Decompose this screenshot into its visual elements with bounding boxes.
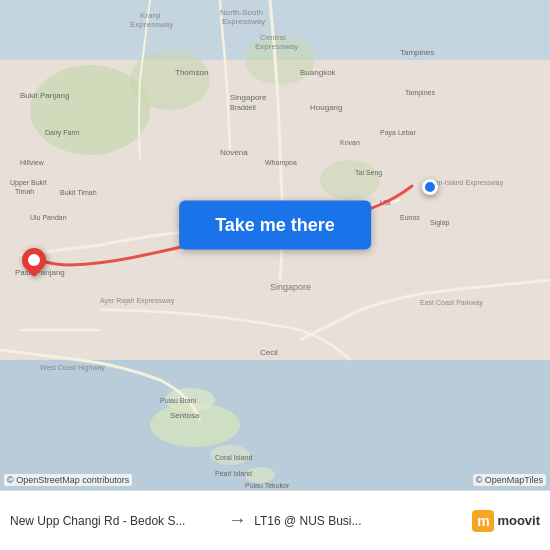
svg-text:Upper Bukit: Upper Bukit: [10, 179, 47, 187]
svg-text:Siglap: Siglap: [430, 219, 450, 227]
take-me-there-button[interactable]: Take me there: [179, 201, 371, 250]
svg-text:Sentosa: Sentosa: [170, 411, 200, 420]
svg-text:Pulau Brani: Pulau Brani: [160, 397, 197, 404]
svg-text:East Coast Parkway: East Coast Parkway: [420, 299, 484, 307]
bottom-bar: New Upp Changi Rd - Bedok S... → LT16 @ …: [0, 490, 550, 550]
svg-text:North-South: North-South: [220, 8, 263, 17]
from-location: New Upp Changi Rd - Bedok S...: [10, 514, 220, 528]
svg-text:Ulu Pandan: Ulu Pandan: [30, 214, 67, 221]
svg-text:Novena: Novena: [220, 148, 248, 157]
svg-text:Ubi: Ubi: [380, 199, 391, 206]
svg-text:Central: Central: [260, 33, 286, 42]
moovit-logo: m moovit: [472, 510, 540, 532]
svg-text:Bukit Timah: Bukit Timah: [60, 189, 97, 196]
svg-marker-2: [0, 360, 550, 490]
svg-text:Dairy Farm: Dairy Farm: [45, 129, 80, 137]
svg-text:Thomson: Thomson: [175, 68, 208, 77]
svg-point-7: [320, 160, 380, 200]
svg-text:Bukit Panjang: Bukit Panjang: [20, 91, 69, 100]
svg-text:Timah: Timah: [15, 188, 34, 195]
svg-text:Tai Seng: Tai Seng: [355, 169, 382, 177]
svg-text:Expressway: Expressway: [130, 20, 173, 29]
direction-arrow-icon: →: [228, 510, 246, 531]
origin-marker: [422, 179, 438, 195]
svg-text:Tampines: Tampines: [400, 48, 434, 57]
svg-text:Expressway: Expressway: [255, 42, 298, 51]
svg-text:Singapore: Singapore: [270, 282, 311, 292]
svg-text:Paya Lebar: Paya Lebar: [380, 129, 416, 137]
svg-text:Singapore: Singapore: [230, 93, 267, 102]
map-container: North-South Expressway Kranji Expressway…: [0, 0, 550, 490]
to-location: LT16 @ NUS Busi...: [254, 514, 464, 528]
svg-text:West Coast Highway: West Coast Highway: [40, 364, 105, 372]
svg-text:Whampoa: Whampoa: [265, 159, 297, 167]
moovit-m-icon: m: [472, 510, 494, 532]
svg-text:Coral Island: Coral Island: [215, 454, 252, 461]
svg-text:Hillview: Hillview: [20, 159, 45, 166]
svg-text:Eunos: Eunos: [400, 214, 420, 221]
svg-text:Pearl Island: Pearl Island: [215, 470, 252, 477]
moovit-text: moovit: [497, 513, 540, 528]
svg-text:Buangkok: Buangkok: [300, 68, 337, 77]
svg-text:Hougang: Hougang: [310, 103, 342, 112]
svg-text:Kovan: Kovan: [340, 139, 360, 146]
svg-text:Braddell: Braddell: [230, 104, 256, 111]
svg-text:Ayer Rajah Expressway: Ayer Rajah Expressway: [100, 297, 175, 305]
map-attribution: © OpenStreetMap contributors: [4, 474, 132, 486]
openmaptiles-attribution: © OpenMapTiles: [473, 474, 546, 486]
svg-text:Pan-Island Expressway: Pan-Island Expressway: [430, 179, 504, 187]
svg-text:Cecil: Cecil: [260, 348, 278, 357]
svg-text:Kranji: Kranji: [140, 11, 161, 20]
app: North-South Expressway Kranji Expressway…: [0, 0, 550, 550]
svg-text:Tampines: Tampines: [405, 89, 435, 97]
svg-text:Pulau Tekukor: Pulau Tekukor: [245, 482, 290, 489]
destination-marker: [22, 248, 46, 278]
svg-text:Expressway: Expressway: [222, 17, 265, 26]
